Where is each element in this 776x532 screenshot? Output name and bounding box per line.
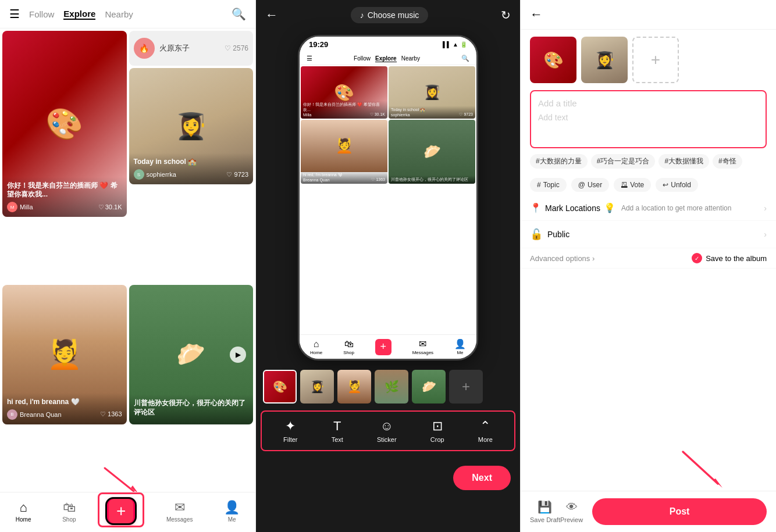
vote-chip[interactable]: 🗳 Vote xyxy=(614,178,651,192)
post-text-placeholder: Add text xyxy=(538,113,759,122)
refresh-button[interactable]: ↻ xyxy=(501,8,511,22)
list-item[interactable]: 💆 hi red, i'm breanna 🤍 B Breanna Quan ♡… xyxy=(2,285,127,424)
nav-home[interactable]: ⌂ Home xyxy=(16,500,31,523)
post-image-2[interactable]: 👩‍🎓 xyxy=(581,37,628,83)
card-title: 川普他孙女很开心，很开心的关闭了评论区 xyxy=(134,399,249,417)
at-icon: @ xyxy=(578,181,585,189)
red-arrow-right-icon xyxy=(671,446,729,492)
post-button[interactable]: Post xyxy=(592,498,767,525)
add-image-button[interactable]: + xyxy=(632,37,679,83)
card-meta: hi red, i'm breanna 🤍 B Breanna Quan ♡ 1… xyxy=(2,393,127,424)
post-back-button[interactable]: ← xyxy=(530,7,543,22)
phone-card-meta: 川普他孙女很开心，很开心的关闭了评论区 xyxy=(389,176,475,184)
card-meta: 川普他孙女很开心，很开心的关闭了评论区 xyxy=(129,394,254,424)
visibility-row[interactable]: 🔓 Public › xyxy=(521,221,776,248)
card-meta: 你好！我是来自芬兰的插画师 ❤️ 希望你喜欢我... M Milla ♡ 30.… xyxy=(2,177,127,217)
sticker-icon: ☺ xyxy=(380,419,393,434)
create-button[interactable]: + xyxy=(107,497,135,525)
list-item[interactable]: 👩‍🎓 Today in school 🏫 S sophierrka ♡ 972… xyxy=(129,68,254,184)
card-title: 你好！我是来自芬兰的插画师 ❤️ 希望你喜欢我... xyxy=(7,181,122,199)
user-chip[interactable]: @ User xyxy=(571,178,610,192)
nav-messages[interactable]: ✉ Messages xyxy=(166,500,193,523)
nav-me[interactable]: 👤 Me xyxy=(224,500,240,523)
thumbnail-1[interactable]: 🎨 xyxy=(263,370,297,404)
mark-location-label: Mark Locations xyxy=(545,203,600,213)
list-item[interactable]: 🔥 火原东子 ♡ 2576 xyxy=(129,31,254,66)
create-button-container: + xyxy=(107,497,135,525)
avatar: S xyxy=(134,169,144,180)
tag-2[interactable]: #巧合一定是巧合 xyxy=(591,154,656,169)
next-button[interactable]: Next xyxy=(453,466,511,490)
post-image-1[interactable]: 🎨 xyxy=(530,37,576,83)
filter-button[interactable]: ✦ Filter xyxy=(283,419,297,443)
tag-4[interactable]: #奇怪 xyxy=(713,154,742,169)
phone-menu-icon: ☰ xyxy=(307,55,312,62)
card-author: M Milla xyxy=(7,202,33,212)
chevron-right-icon: › xyxy=(764,230,767,239)
preview-button[interactable]: 👁 Preview xyxy=(560,501,583,523)
advanced-save-row: Advanced options › ✓ Save to the album xyxy=(521,248,776,269)
home-icon: ⌂ xyxy=(20,500,27,515)
save-album-label: Save to the album xyxy=(706,254,767,263)
play-icon: ▶ xyxy=(230,347,246,363)
nav-follow[interactable]: Follow xyxy=(29,9,54,19)
card-likes: ♡ 30.1K xyxy=(98,203,122,211)
post-text-area[interactable]: Add a title Add text xyxy=(530,90,767,148)
phone-status-bar: 19:29 ▌▌ ▲ 🔋 xyxy=(300,37,476,52)
music-icon: ♪ xyxy=(360,10,364,20)
mark-location-row[interactable]: 📍 Mark Locations 💡 Add a location to get… xyxy=(521,195,776,221)
phone-nav: ☰ Follow Explore Nearby 🔍 xyxy=(300,52,476,65)
text-button[interactable]: T Text xyxy=(332,419,343,443)
choose-music-button[interactable]: ♪ Choose music xyxy=(351,7,429,23)
shop-icon: 🛍 xyxy=(63,500,76,515)
middle-panel: ← ♪ Choose music ↻ 19:29 ▌▌ ▲ 🔋 ☰ Follow… xyxy=(256,0,520,532)
list-item[interactable]: 🎨 @illustrator 你好！我是来自芬兰的插画师 ❤️ 希望你喜欢我..… xyxy=(2,31,127,217)
thumbnail-5[interactable]: 🥟 xyxy=(412,370,446,404)
phone-bottom-nav: ⌂ Home 🛍 Shop + ✉ Messages 👤 Me xyxy=(300,334,476,359)
editor-back-button[interactable]: ← xyxy=(265,8,278,23)
location-icon: 📍 xyxy=(530,202,542,213)
sticker-button[interactable]: ☺ Sticker xyxy=(377,419,397,443)
feed-header: ☰ Follow Explore Nearby 🔍 xyxy=(0,0,255,28)
save-draft-button[interactable]: 💾 Save Draft xyxy=(530,500,560,523)
right-panel: ← 🎨 👩‍🎓 + Add a title Add text #大数据的力量 #… xyxy=(520,0,776,532)
phone-card-meta: Today in school 🏫 sophierrka♡ 9723 xyxy=(389,106,475,119)
nav-explore[interactable]: Explore xyxy=(63,9,95,20)
avatar: B xyxy=(7,409,17,420)
thumbnail-4[interactable]: 🌿 xyxy=(375,370,408,404)
thumbnail-2[interactable]: 👩‍🎓 xyxy=(300,370,334,404)
phone-card: 💆 hi red, i'm breanna 🤍 Breanna Quan♡ 13… xyxy=(301,120,387,184)
nav-shop[interactable]: 🛍 Shop xyxy=(62,500,76,523)
bottom-nav: ⌂ Home 🛍 Shop + ✉ Messages 👤 Me xyxy=(0,492,255,532)
phone-preview: 19:29 ▌▌ ▲ 🔋 ☰ Follow Explore Nearby 🔍 🎨… xyxy=(298,35,478,360)
left-panel: ☰ Follow Explore Nearby 🔍 🎨 @illustrator… xyxy=(0,0,256,532)
thumbnail-3[interactable]: 💆 xyxy=(337,370,371,404)
menu-icon[interactable]: ☰ xyxy=(9,7,20,21)
phone-search-icon: 🔍 xyxy=(461,55,469,62)
action-chips: # Topic @ User 🗳 Vote ↩ Unfold xyxy=(521,174,776,195)
svg-marker-1 xyxy=(713,479,722,488)
crop-button[interactable]: ⊡ Crop xyxy=(430,419,444,443)
nav-nearby[interactable]: Nearby xyxy=(105,9,133,19)
add-thumbnail-button[interactable]: + xyxy=(449,370,483,404)
tags-row: #大数据的力量 #巧合一定是巧合 #大数据懂我 #奇怪 xyxy=(521,148,776,174)
phone-card: 🎨 你好！我是来自芬兰的插画师 ❤️ 希望你喜欢... Milla♡ 30.1K xyxy=(301,66,387,119)
tag-1[interactable]: #大数据的力量 xyxy=(530,154,588,169)
topic-chip[interactable]: # Topic xyxy=(530,178,567,192)
phone-card: 🥟 川普他孙女很开心，很开心的关闭了评论区 xyxy=(389,120,475,184)
tag-3[interactable]: #大数据懂我 xyxy=(658,154,709,169)
avatar: M xyxy=(7,202,17,212)
post-images-row: 🎨 👩‍🎓 + xyxy=(521,30,776,90)
card-title: Today in school 🏫 xyxy=(134,158,249,167)
phone-card-meta: hi red, i'm breanna 🤍 Breanna Quan♡ 1363 xyxy=(301,171,387,184)
advanced-options-link[interactable]: Advanced options › xyxy=(530,254,595,263)
visibility-label: Public xyxy=(547,230,569,239)
more-button[interactable]: ⌃ More xyxy=(478,419,493,443)
save-album-checkbox[interactable]: ✓ xyxy=(692,253,702,263)
phone-plus-btn: + xyxy=(375,339,391,355)
search-icon[interactable]: 🔍 xyxy=(232,7,246,21)
post-title-placeholder: Add a title xyxy=(538,98,759,108)
list-item[interactable]: 🥟 ▶ 川普他孙女很开心，很开心的关闭了评论区 xyxy=(129,285,254,424)
unfold-chip[interactable]: ↩ Unfold xyxy=(656,178,698,192)
hash-icon: # xyxy=(537,181,541,189)
